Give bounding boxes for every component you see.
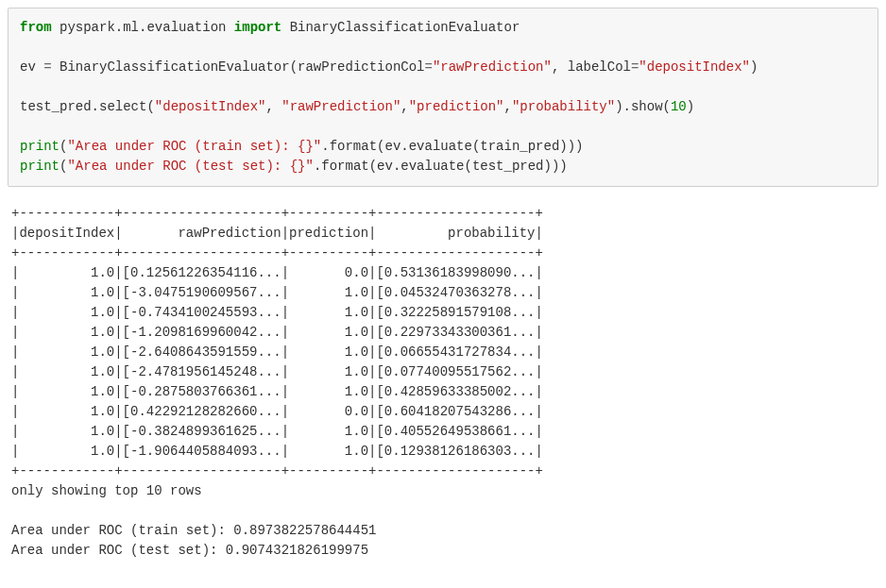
number-10: 10 (671, 99, 687, 114)
string-col4: "probability" (512, 99, 615, 114)
ctor-call: BinaryClassificationEvaluator(rawPredict… (52, 59, 425, 75)
format-call-test: .format(ev.evaluate(test_pred))) (314, 159, 568, 174)
show-call: ).show( (615, 99, 671, 114)
string-rawprediction: "rawPrediction" (433, 59, 552, 75)
comma: , (265, 99, 281, 114)
table-row: | 1.0|[-0.7434100245593...| 1.0|[0.32225… (11, 305, 543, 320)
op-assign: = (43, 59, 51, 75)
keyword-from: from (20, 20, 52, 35)
table-separator-mid: +------------+--------------------+-----… (11, 245, 543, 260)
print-fn: print (20, 139, 60, 154)
string-test-msg: "Area under ROC (test set): {}" (67, 159, 313, 174)
table-row: | 1.0|[-1.2098169960042...| 1.0|[0.22973… (11, 325, 543, 340)
table-separator-top: +------------+--------------------+-----… (11, 206, 543, 221)
close-paren: ) (750, 59, 758, 75)
table-separator-bottom: +------------+--------------------+-----… (11, 463, 543, 479)
table-row: | 1.0|[-3.0475190609567...| 1.0|[0.04532… (11, 285, 543, 300)
close-paren-2: ) (687, 99, 694, 114)
string-col1: "depositIndex" (155, 99, 266, 114)
table-row: | 1.0|[-2.4781956145248...| 1.0|[0.07740… (11, 364, 543, 379)
table-row: | 1.0|[-1.9064405884093...| 1.0|[0.12938… (11, 444, 543, 459)
kwarg-sep: , labelCol (552, 59, 631, 75)
string-col2: "rawPrediction" (281, 99, 400, 114)
comma-2: , (400, 99, 408, 114)
row-limit-note: only showing top 10 rows (11, 483, 202, 498)
print-fn-2: print (20, 159, 60, 174)
metric-train: Area under ROC (train set): 0.8973822578… (11, 523, 376, 538)
string-train-msg: "Area under ROC (train set): {}" (67, 139, 321, 154)
table-row: | 1.0|[0.12561226354116...| 0.0|[0.53136… (11, 265, 543, 280)
comma-3: , (504, 99, 512, 114)
format-call-train: .format(ev.evaluate(train_pred))) (321, 139, 583, 154)
table-row: | 1.0|[-0.2875803766361...| 1.0|[0.42859… (11, 384, 543, 399)
module-path: pyspark.ml.evaluation (52, 20, 234, 35)
table-row: | 1.0|[-0.3824899361625...| 1.0|[0.40552… (11, 424, 543, 439)
output-cell: +------------+--------------------+-----… (8, 204, 878, 561)
string-depositindex: "depositIndex" (639, 59, 750, 75)
kwarg-eq: = (425, 59, 433, 75)
table-row: | 1.0|[-2.6408643591559...| 1.0|[0.06655… (11, 344, 543, 360)
table-row: | 1.0|[0.42292128282660...| 0.0|[0.60418… (11, 404, 543, 419)
string-col3: "prediction" (409, 99, 504, 114)
metric-test: Area under ROC (test set): 0.90743218261… (11, 543, 368, 558)
select-call: test_pred.select( (20, 99, 155, 114)
var-ev: ev (20, 59, 43, 75)
class-name: BinaryClassificationEvaluator (281, 20, 520, 35)
code-input-cell: from pyspark.ml.evaluation import Binary… (8, 8, 878, 187)
table-header: |depositIndex| rawPrediction|prediction|… (11, 226, 543, 241)
keyword-import: import (234, 20, 281, 35)
